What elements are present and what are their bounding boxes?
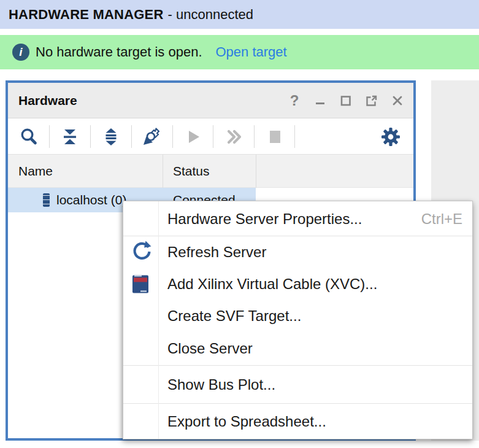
toolbar-separator (49, 125, 50, 148)
column-separator[interactable] (163, 155, 163, 188)
auto-connect-icon[interactable] (139, 124, 164, 150)
table-header: Name Status (8, 155, 413, 188)
menu-item-label: Hardware Server Properties... (167, 210, 362, 228)
stop-icon[interactable] (262, 124, 288, 150)
menu-item-label: Add Xilinx Virtual Cable (XVC)... (167, 276, 377, 293)
menu-item-add-xvc[interactable]: Add Xilinx Virtual Cable (XVC)... (123, 268, 472, 300)
server-icon (43, 193, 50, 207)
menu-item-label: Export to Spreadsheet... (167, 413, 326, 430)
menu-item-label: Create SVF Target... (167, 307, 301, 325)
toolbar-separator (213, 125, 213, 148)
run-icon[interactable] (180, 124, 205, 150)
column-separator[interactable] (256, 155, 256, 188)
menu-item-show-bus-plot[interactable]: Show Bus Plot... (123, 366, 472, 403)
settings-gear-icon[interactable] (378, 124, 404, 150)
close-icon[interactable] (389, 92, 406, 109)
info-message: No hardware target is open. (36, 44, 202, 60)
toolbar-separator (131, 125, 132, 148)
collapse-all-icon[interactable] (57, 124, 83, 150)
menu-item-hardware-server-properties[interactable]: Hardware Server Properties... Ctrl+E (123, 202, 472, 236)
menu-item-export-to-spreadsheet[interactable]: Export to Spreadsheet... (123, 404, 472, 439)
menu-item-label: Close Server (167, 340, 253, 357)
row-name-cell: localhost (0) (56, 193, 126, 207)
search-icon[interactable] (16, 124, 42, 150)
info-icon: i (12, 44, 29, 61)
page-title: HARDWARE MANAGER (9, 7, 164, 23)
help-icon[interactable]: ? (286, 92, 303, 109)
toolbar-separator (294, 125, 295, 148)
connection-status: - unconnected (168, 7, 253, 23)
menu-item-label: Show Bus Plot... (167, 376, 275, 393)
hardware-toolbar (8, 118, 413, 155)
menu-item-refresh-server[interactable]: Refresh Server (123, 236, 472, 268)
toolbar-separator (90, 125, 91, 148)
toolbar-separator (172, 125, 173, 148)
menu-item-create-svf-target[interactable]: Create SVF Target... (123, 300, 472, 332)
context-menu: Hardware Server Properties... Ctrl+E Ref… (123, 201, 473, 439)
window-controls: ? (286, 83, 406, 118)
refresh-icon (131, 239, 153, 265)
open-target-link[interactable]: Open target (216, 44, 287, 60)
expand-all-icon[interactable] (98, 124, 124, 150)
menu-shortcut: Ctrl+E (421, 210, 462, 228)
float-icon[interactable] (363, 92, 380, 109)
run-all-icon[interactable] (221, 124, 247, 150)
panel-title: Hardware (18, 93, 77, 108)
hardware-manager-screen: HARDWARE MANAGER - unconnected i No hard… (0, 0, 479, 448)
hardware-panel-titlebar: Hardware ? (8, 83, 413, 118)
maximize-icon[interactable] (337, 92, 354, 109)
column-header-name[interactable]: Name (18, 155, 53, 188)
menu-item-label: Refresh Server (167, 244, 266, 261)
info-bar: i No hardware target is open. Open targe… (0, 35, 479, 69)
column-header-status[interactable]: Status (173, 155, 210, 188)
minimize-icon[interactable] (312, 92, 329, 109)
xvc-chip-icon (132, 276, 148, 293)
toolbar-separator (254, 125, 255, 148)
menu-item-close-server[interactable]: Close Server (123, 332, 472, 365)
header-banner: HARDWARE MANAGER - unconnected (0, 0, 479, 29)
